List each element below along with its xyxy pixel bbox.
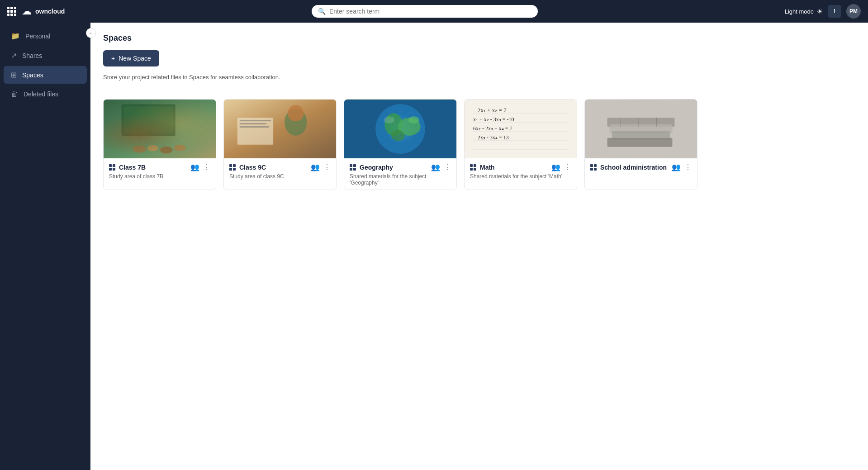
search-input[interactable] bbox=[329, 8, 531, 15]
new-space-plus-icon: + bbox=[111, 55, 115, 62]
card-image-school-admin bbox=[585, 100, 697, 158]
card-name-geography: Geography bbox=[360, 164, 393, 171]
card-share-icon-math[interactable]: 👥 bbox=[551, 163, 560, 171]
sidebar-item-shares-label: Shares bbox=[22, 52, 42, 59]
svg-point-4 bbox=[133, 146, 146, 153]
main-layout: ‹ 📁 Personal ↗ Shares ⊞ Spaces 🗑 Deleted… bbox=[0, 23, 868, 470]
card-title-row-geography: Geography 👥 ⋮ bbox=[350, 163, 451, 171]
logo-area[interactable]: ☁ owncloud bbox=[22, 5, 65, 17]
card-share-icon-geography[interactable]: 👥 bbox=[431, 163, 440, 171]
space-card-geography[interactable]: Geography 👥 ⋮ Shared materials for the s… bbox=[344, 99, 457, 190]
spaces-subtitle: Store your project related files in Spac… bbox=[103, 74, 855, 88]
card-share-icon-class7b[interactable]: 👥 bbox=[190, 163, 199, 171]
space-card-school-admin[interactable]: School administration 👥 ⋮ bbox=[584, 99, 697, 190]
sidebar-item-deleted[interactable]: 🗑 Deleted files bbox=[4, 85, 87, 103]
content-area: Spaces + New Space Store your project re… bbox=[90, 23, 868, 470]
card-more-icon-math[interactable]: ⋮ bbox=[564, 163, 571, 171]
svg-point-22 bbox=[408, 116, 419, 123]
card-desc-math: Shared materials for the subject 'Math' bbox=[470, 173, 571, 180]
card-footer-class7b: Class 7B 👥 ⋮ Study area of class 7B bbox=[104, 158, 216, 183]
space-grid-icon-class7b bbox=[109, 164, 115, 171]
card-actions-school-admin: 👥 ⋮ bbox=[672, 163, 692, 171]
space-grid-icon-geography bbox=[350, 164, 356, 171]
topbar: ☁ owncloud 🔍 Light mode ☀ ! PM bbox=[0, 0, 868, 23]
topbar-right: Light mode ☀ ! PM bbox=[785, 4, 861, 19]
card-name-class7b: Class 7B bbox=[119, 164, 146, 171]
light-mode-toggle[interactable]: Light mode ☀ bbox=[785, 7, 823, 16]
sun-icon: ☀ bbox=[816, 7, 823, 16]
trash-icon: 🗑 bbox=[11, 90, 18, 98]
card-more-icon-class9c[interactable]: ⋮ bbox=[323, 163, 331, 171]
svg-rect-11 bbox=[240, 120, 271, 121]
card-footer-math: Math 👥 ⋮ Shared materials for the subjec… bbox=[465, 158, 577, 183]
svg-text:2x₁ + x₂ = 7: 2x₁ + x₂ = 7 bbox=[478, 107, 507, 114]
new-space-button[interactable]: + New Space bbox=[103, 50, 159, 66]
svg-rect-2 bbox=[122, 104, 175, 135]
spaces-grid: Class 7B 👥 ⋮ Study area of class 7B bbox=[103, 99, 855, 190]
new-space-label: New Space bbox=[119, 55, 151, 62]
svg-point-23 bbox=[384, 116, 394, 123]
svg-rect-10 bbox=[237, 118, 273, 145]
sidebar: ‹ 📁 Personal ↗ Shares ⊞ Spaces 🗑 Deleted… bbox=[0, 23, 90, 470]
folder-icon: 📁 bbox=[11, 32, 20, 40]
card-title-left-class9c: Class 9C bbox=[229, 164, 266, 171]
card-title-row-class9c: Class 9C 👥 ⋮ bbox=[229, 163, 331, 171]
topbar-left: ☁ owncloud bbox=[7, 5, 65, 17]
svg-rect-12 bbox=[240, 123, 267, 124]
svg-rect-38 bbox=[607, 138, 673, 147]
card-share-icon-class9c[interactable]: 👥 bbox=[311, 163, 320, 171]
svg-text:2x₃ - 3x₄ = 13: 2x₃ - 3x₄ = 13 bbox=[478, 134, 509, 141]
sidebar-collapse-button[interactable]: ‹ bbox=[86, 28, 96, 38]
app-launcher-icon[interactable] bbox=[7, 7, 16, 16]
card-actions-class9c: 👥 ⋮ bbox=[311, 163, 331, 171]
space-grid-icon-class9c bbox=[229, 164, 236, 171]
space-card-math[interactable]: 2x₁ + x₂ = 7 x₁ + x₂ - 3x₃ = -10 6x₂ - 2… bbox=[464, 99, 577, 190]
svg-point-7 bbox=[174, 145, 186, 151]
search-icon: 🔍 bbox=[318, 8, 326, 15]
card-more-icon-geography[interactable]: ⋮ bbox=[444, 163, 451, 171]
sidebar-item-shares[interactable]: ↗ Shares bbox=[4, 47, 87, 64]
card-image-class9c bbox=[224, 100, 336, 158]
svg-text:6x₂ - 2x₃ + x₄ = 7: 6x₂ - 2x₃ + x₄ = 7 bbox=[473, 125, 512, 132]
card-title-left-math: Math bbox=[470, 164, 495, 171]
avatar-label: PM bbox=[849, 8, 858, 14]
card-actions-class7b: 👥 ⋮ bbox=[190, 163, 210, 171]
sidebar-item-personal-label: Personal bbox=[25, 33, 50, 40]
card-image-geo bbox=[344, 100, 456, 158]
card-name-math: Math bbox=[480, 164, 495, 171]
card-footer-geography: Geography 👥 ⋮ Shared materials for the s… bbox=[344, 158, 456, 190]
svg-rect-13 bbox=[240, 126, 269, 128]
logo-text: owncloud bbox=[35, 8, 65, 15]
space-card-class9c[interactable]: Class 9C 👥 ⋮ Study area of class 9C bbox=[223, 99, 337, 190]
logo-icon: ☁ bbox=[22, 5, 32, 17]
notifications-button[interactable]: ! bbox=[828, 5, 841, 18]
card-actions-math: 👥 ⋮ bbox=[551, 163, 571, 171]
svg-point-15 bbox=[288, 105, 304, 121]
card-title-row-math: Math 👥 ⋮ bbox=[470, 163, 571, 171]
card-footer-class9c: Class 9C 👥 ⋮ Study area of class 9C bbox=[224, 158, 336, 183]
svg-point-5 bbox=[147, 145, 158, 152]
card-title-left-class7b: Class 7B bbox=[109, 164, 146, 171]
card-desc-class7b: Study area of class 7B bbox=[109, 173, 210, 180]
space-card-class7b[interactable]: Class 7B 👥 ⋮ Study area of class 7B bbox=[103, 99, 216, 190]
card-more-icon-class7b[interactable]: ⋮ bbox=[203, 163, 210, 171]
light-mode-label: Light mode bbox=[785, 8, 814, 15]
sidebar-item-personal[interactable]: 📁 Personal bbox=[4, 27, 87, 45]
svg-rect-1 bbox=[104, 100, 216, 158]
search-bar: 🔍 bbox=[70, 5, 779, 18]
user-avatar-button[interactable]: PM bbox=[846, 4, 861, 19]
card-more-icon-school-admin[interactable]: ⋮ bbox=[684, 163, 692, 171]
card-title-row-school-admin: School administration 👥 ⋮ bbox=[590, 163, 692, 171]
page-title: Spaces bbox=[103, 33, 855, 43]
space-grid-icon-school-admin bbox=[590, 164, 597, 171]
card-share-icon-school-admin[interactable]: 👥 bbox=[672, 163, 681, 171]
card-image-math: 2x₁ + x₂ = 7 x₁ + x₂ - 3x₃ = -10 6x₂ - 2… bbox=[465, 100, 577, 158]
sidebar-item-spaces[interactable]: ⊞ Spaces bbox=[4, 66, 87, 84]
card-actions-geography: 👥 ⋮ bbox=[431, 163, 451, 171]
svg-rect-3 bbox=[124, 106, 173, 133]
card-name-school-admin: School administration bbox=[600, 164, 667, 171]
card-desc-class9c: Study area of class 9C bbox=[229, 173, 331, 180]
card-desc-geography: Shared materials for the subject 'Geogra… bbox=[350, 173, 451, 186]
sidebar-item-spaces-label: Spaces bbox=[22, 71, 43, 79]
card-footer-school-admin: School administration 👥 ⋮ bbox=[585, 158, 697, 177]
